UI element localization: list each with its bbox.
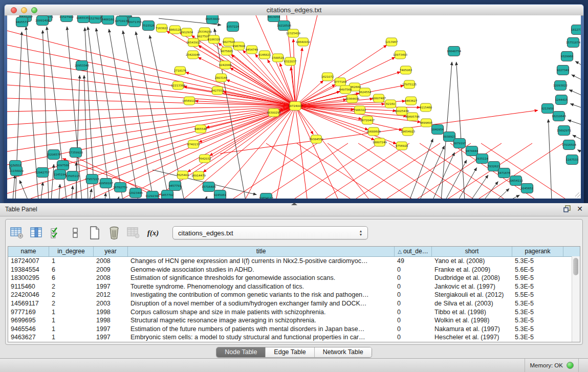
table-cell[interactable]: Hescheler et al. (1997) [432,333,512,342]
close-panel-icon[interactable]: ✕ [577,205,583,212]
graph-node-yellow[interactable]: 3624554 [359,88,372,96]
graph-node-teal[interactable]: 16782759 [113,183,127,192]
table-cell[interactable]: 0 [395,299,432,308]
graph-node-yellow[interactable]: 10025438 [395,107,409,115]
table-cell[interactable]: 2012 [94,291,128,299]
table-row[interactable]: 969969511998Structural magnetic resonanc… [8,316,580,325]
memory-status[interactable]: Memory: OK [525,359,579,372]
table-cell[interactable]: Disruption of a novel member of a sodium… [128,299,395,308]
table-cell[interactable]: Tourette syndrome. Phenomenology and cla… [128,282,395,291]
table-cell[interactable]: Nakamura et al. (1997) [432,325,512,334]
table-cell[interactable]: 2 [49,291,94,299]
column-header-short[interactable]: short [432,247,512,256]
graph-node-teal[interactable]: 10958187 [99,179,113,188]
graph-node-yellow[interactable]: 2718176 [174,67,187,75]
table-cell[interactable]: 18724007 [8,257,49,266]
select-all-rows-icon[interactable] [49,225,63,240]
table-cell[interactable]: 5.3E-5 [512,282,563,291]
graph-node-yellow[interactable]: 62160 [385,100,396,108]
column-header-in_degree[interactable]: in_degree [49,247,94,256]
graph-node-teal[interactable]: 20206576 [47,150,61,160]
tab-edge-table[interactable]: Edge Table [266,347,314,357]
graph-node-yellow[interactable]: 9756928 [396,142,408,150]
graph-node-yellow[interactable]: 8860128 [169,26,182,34]
table-cell[interactable]: 1 [49,257,94,266]
table-row[interactable]: 1830029562008Estimation of significance … [8,274,580,282]
column-header-pagerank[interactable]: pagerank [512,247,563,256]
network-view-window[interactable]: citations_edges.txt 20531097105320711152… [4,4,584,203]
graph-node-teal[interactable]: 9405571 [16,17,29,27]
table-cell[interactable]: 0 [395,325,432,334]
table-cell[interactable]: 1997 [94,282,128,291]
table-cell[interactable]: 6 [49,274,94,282]
graph-node-yellow[interactable]: 16914479 [191,171,206,180]
graph-node-yellow[interactable]: 7986322 [354,106,366,114]
table-cell[interactable]: 0 [395,333,432,342]
graph-node-teal[interactable]: 9329968 [561,52,574,61]
graph-node-yellow[interactable]: 1621072 [321,73,334,81]
table-row[interactable]: 911546021997Tourette syndrome. Phenomeno… [8,282,580,291]
panel-grip-icon[interactable] [291,203,297,205]
table-cell[interactable]: 0 [395,291,432,299]
table-cell[interactable]: 9465546 [8,325,49,334]
graph-node-teal[interactable]: 8213958 [541,104,554,114]
graph-node-yellow[interactable]: 7625402 [177,171,189,179]
graph-node-yellow[interactable]: 8186328 [208,35,221,43]
new-file-icon[interactable] [88,225,102,240]
table-cell[interactable]: 49 [395,257,432,266]
table-settings-icon[interactable] [10,225,24,240]
graph-node-yellow[interactable]: 18300295 [267,108,281,117]
graph-node-teal[interactable]: 8471676 [498,168,511,178]
table-cell[interactable]: 0 [395,274,432,282]
graph-node-yellow[interactable]: 10973493 [393,51,407,59]
delete-icon[interactable] [107,225,121,240]
table-row[interactable]: 946362711997Embryonic stem cells: a mode… [8,333,580,342]
table-cell[interactable]: Stergiakouli et al. (2012) [432,291,512,299]
table-cell[interactable]: Wolkin et al. (1998) [432,316,512,325]
graph-node-teal[interactable]: 16648754 [447,47,461,56]
table-cell[interactable]: Dudbridge et al. (2008) [432,274,512,282]
table-cell[interactable]: 0 [395,316,432,325]
graph-node-yellow[interactable]: 1213967 [385,38,398,46]
graph-node-teal[interactable]: 9245061 [214,190,227,199]
graph-node-yellow[interactable]: 17975125 [402,80,417,89]
graph-node-yellow[interactable]: 10807487 [372,94,386,102]
table-cell[interactable]: 9777169 [8,308,49,317]
graph-node-teal[interactable]: 11292344 [145,191,160,199]
table-cell[interactable]: 1 [49,333,94,342]
table-cell[interactable]: Jankovic et al. (1997) [432,282,512,291]
table-cell[interactable]: Changes of HCN gene expression and I(f) … [128,257,395,266]
graph-node-teal[interactable]: 15751874 [566,38,580,48]
table-cell[interactable]: Franke et al. (2009) [432,266,512,274]
table-cell[interactable]: 19384554 [8,266,49,274]
table-cell[interactable]: 5.6E-5 [512,266,563,274]
graph-node-yellow[interactable]: 19654923 [401,127,415,136]
graph-node-yellow[interactable]: 9777169 [334,78,347,86]
graph-node-yellow[interactable]: 14569117 [182,97,197,105]
graph-node-yellow[interactable]: 6497568 [339,85,352,94]
table-cell[interactable]: 14569117 [8,299,49,308]
table-cell[interactable]: 0 [395,308,432,317]
table-cell[interactable]: 5.9E-5 [512,274,563,282]
graph-node-yellow[interactable]: 9875685 [221,47,233,55]
graph-node-yellow[interactable]: 20364436 [345,95,359,103]
table-cell[interactable]: 2 [49,282,94,291]
combobox-stepper-icon[interactable]: ▲▼ [356,229,367,236]
graph-node-yellow[interactable]: 18807249 [373,138,387,146]
graph-node-teal[interactable]: 1145194 [54,170,67,180]
table-cell[interactable]: 0 [395,266,432,274]
graph-node-teal[interactable]: 20991406 [35,16,50,26]
graph-node-teal[interactable]: 9457792 [161,190,174,199]
graph-node-teal[interactable]: 12942757 [35,168,50,178]
graph-node-teal[interactable]: 1527607 [89,15,102,24]
table-cell[interactable]: 6 [49,266,94,274]
graph-node-teal[interactable]: 12923446 [128,188,143,198]
graph-node-yellow[interactable]: 6322037 [284,57,297,65]
graph-node-yellow[interactable]: 28495796 [405,113,420,121]
table-cell[interactable]: 5.5E-5 [512,291,563,299]
graph-node-teal[interactable]: 1812734 [571,25,581,35]
graph-node-teal[interactable]: 9457791 [169,181,182,191]
graph-node-yellow[interactable]: 12325419 [286,29,300,37]
table-source-combobox[interactable]: citations_edges.txt ▲▼ [172,226,368,239]
graph-node-teal[interactable]: 9245652 [521,184,534,193]
